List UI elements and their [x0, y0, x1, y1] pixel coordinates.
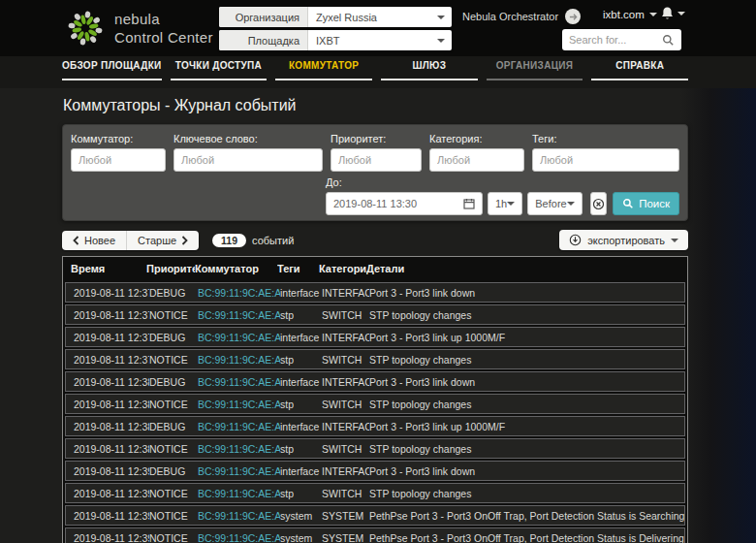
brand-line2: Control Center — [114, 28, 213, 47]
cell-switch[interactable]: BC:99:11:9C:AE:AF — [198, 488, 280, 499]
filter-fields-row: Коммутатор:Ключевое слово:Приоритет:Кате… — [71, 133, 679, 172]
cell-time: 2019-08-11 12:39:40 — [66, 510, 149, 522]
filter-input-tags[interactable] — [532, 148, 679, 172]
cell-switch[interactable]: BC:99:11:9C:AE:AF — [198, 465, 280, 477]
cell-time: 2019-08-11 12:37:59 — [66, 354, 149, 366]
table-row: 2019-08-11 12:38:22DEBUGBC:99:11:9C:AE:A… — [65, 371, 685, 392]
search-button-label: Поиск — [639, 198, 670, 209]
bell-icon — [660, 6, 675, 21]
tab-organization[interactable]: ОРГАНИЗАЦИЯ — [487, 60, 583, 80]
tab-switch[interactable]: КОММУТАТОР — [275, 60, 372, 80]
orchestrator-launch-button[interactable] — [565, 9, 581, 24]
cell-switch[interactable]: BC:99:11:9C:AE:AF — [198, 354, 280, 366]
cell-switch[interactable]: BC:99:11:9C:AE:AF — [198, 399, 280, 410]
cell-time: 2019-08-11 12:39:39 — [66, 488, 149, 499]
cell-details: PethPse Port 3 - Port3 OnOff Trap, Port … — [369, 532, 684, 543]
tab-access-points[interactable]: ТОЧКИ ДОСТУПА — [171, 60, 268, 80]
filter-label-category: Категория: — [429, 133, 524, 144]
context-selectors: Организация Zyxel Russia Площадка IXBT — [219, 7, 452, 53]
search-button[interactable]: Поиск — [613, 192, 679, 215]
cell-priority: DEBUG — [149, 332, 198, 343]
table-row: 2019-08-11 12:39:54NOTICEBC:99:11:9C:AE:… — [65, 527, 685, 543]
chevron-down-icon — [507, 202, 515, 206]
range-select-value: 1h — [495, 198, 507, 209]
older-button[interactable]: Старше — [126, 231, 199, 250]
cell-tags: interface — [280, 287, 322, 299]
tab-help[interactable]: СПРАВКА — [591, 60, 688, 80]
cell-time: 2019-08-11 12:38:25 — [66, 443, 149, 455]
filter-label-keyword: Ключевое слово: — [173, 133, 323, 144]
filter-input-category[interactable] — [429, 148, 524, 172]
direction-select-value: Before — [535, 198, 566, 209]
tab-site-overview[interactable]: ОБЗОР ПЛОЩАДКИ — [62, 60, 162, 80]
search-icon — [622, 198, 634, 209]
cell-switch[interactable]: BC:99:11:9C:AE:AF — [198, 332, 280, 343]
cell-priority: DEBUG — [149, 376, 198, 388]
cell-time: 2019-08-11 12:37:55 — [66, 309, 149, 321]
cell-switch[interactable]: BC:99:11:9C:AE:AF — [198, 443, 280, 455]
cell-tags: stp — [280, 488, 322, 499]
nav-tabs: ОБЗОР ПЛОЩАДКИТОЧКИ ДОСТУПАКОММУТАТОРШЛЮ… — [62, 60, 688, 80]
cell-tags: system — [280, 510, 322, 522]
chevron-right-icon — [181, 236, 188, 245]
cell-tags: stp — [280, 354, 322, 366]
cell-switch[interactable]: BC:99:11:9C:AE:AF — [198, 421, 280, 432]
organization-selector-value: Zyxel Russia — [308, 7, 437, 27]
column-header-details[interactable]: Детали — [366, 263, 687, 274]
chevron-down-icon — [649, 13, 657, 16]
search-icon[interactable] — [662, 34, 675, 47]
export-button[interactable]: экспортировать — [559, 230, 688, 250]
cell-tags: interface — [280, 465, 322, 477]
reset-filters-button[interactable] — [590, 192, 607, 215]
cell-category: SWITCH — [322, 399, 369, 410]
column-header-time[interactable]: Время — [63, 263, 146, 274]
clear-icon — [592, 198, 605, 210]
account-menu[interactable]: ixbt.com — [603, 9, 657, 20]
search-input[interactable] — [569, 34, 662, 46]
cell-tags: interface — [280, 421, 322, 432]
table-row: 2019-08-11 12:38:25DEBUGBC:99:11:9C:AE:A… — [65, 416, 685, 436]
count-suffix: событий — [252, 235, 294, 246]
cell-priority: DEBUG — [149, 465, 198, 477]
column-header-priority[interactable]: Приоритет — [146, 263, 195, 274]
cell-priority: NOTICE — [149, 532, 198, 543]
notifications-menu[interactable] — [660, 6, 685, 21]
cell-details: Port 3 - Port3 link down — [369, 287, 684, 299]
calendar-icon[interactable] — [463, 198, 475, 209]
until-label: До: — [326, 176, 679, 188]
column-header-switch[interactable]: Коммутатор — [195, 263, 277, 274]
filter-input-switch[interactable] — [71, 148, 166, 172]
cell-tags: interface — [280, 332, 322, 343]
direction-select[interactable]: Before — [527, 192, 582, 215]
newer-button[interactable]: Новее — [62, 231, 126, 250]
cell-time: 2019-08-11 12:39:54 — [66, 532, 149, 543]
until-datetime-input[interactable] — [333, 198, 463, 209]
cell-category: INTERFACE — [322, 376, 369, 388]
organization-selector[interactable]: Организация Zyxel Russia — [219, 7, 452, 27]
cell-priority: DEBUG — [149, 421, 198, 432]
cell-category: SWITCH — [322, 309, 369, 321]
chevron-left-icon — [73, 236, 79, 245]
organization-selector-label: Организация — [219, 7, 308, 27]
column-header-tags[interactable]: Теги — [277, 263, 319, 274]
cell-switch[interactable]: BC:99:11:9C:AE:AF — [198, 287, 280, 299]
table-row: 2019-08-11 12:38:25NOTICEBC:99:11:9C:AE:… — [65, 438, 685, 459]
filter-input-priority[interactable] — [331, 148, 422, 172]
nebula-orchestrator: Nebula Orchestrator — [462, 9, 581, 24]
table-row: 2019-08-11 12:37:59DEBUGBC:99:11:9C:AE:A… — [65, 327, 685, 347]
site-selector[interactable]: Площадка IXBT — [219, 30, 452, 50]
event-table-header: ВремяПриоритетКоммутаторТегиКатегорияДет… — [63, 257, 687, 280]
cell-switch[interactable]: BC:99:11:9C:AE:AF — [198, 376, 280, 388]
page-title: Коммутаторы - Журнал событий — [63, 97, 297, 114]
cell-switch[interactable]: BC:99:11:9C:AE:AF — [198, 532, 280, 543]
arrow-right-icon — [569, 13, 578, 21]
cell-switch[interactable]: BC:99:11:9C:AE:AF — [198, 510, 280, 522]
brand-title: nebula Control Center — [114, 10, 213, 47]
filter-input-keyword[interactable] — [173, 148, 323, 172]
export-icon — [569, 234, 582, 246]
cell-switch[interactable]: BC:99:11:9C:AE:AF — [198, 309, 280, 321]
range-select[interactable]: 1h — [488, 192, 522, 215]
column-header-category[interactable]: Категория — [319, 263, 366, 274]
filter-until-row: До: 1h Before — [326, 176, 679, 215]
tab-gateway[interactable]: ШЛЮЗ — [381, 60, 478, 80]
